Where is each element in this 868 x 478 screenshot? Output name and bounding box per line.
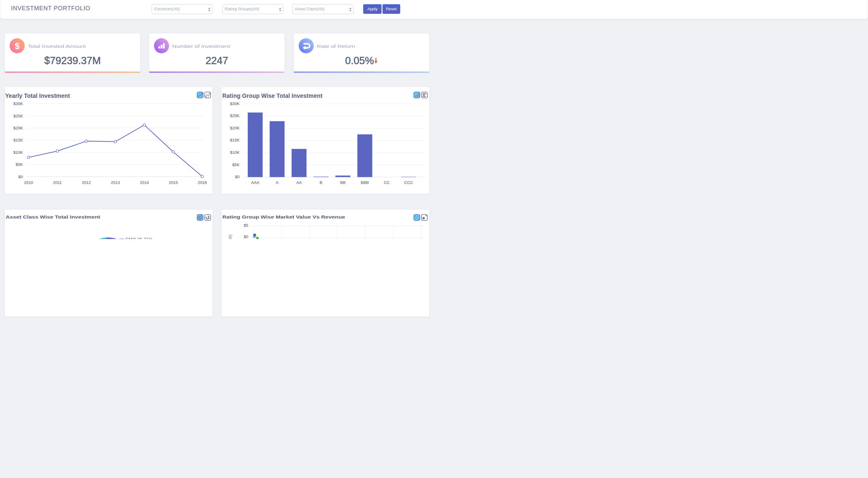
svg-text:CMO 26.71%: CMO 26.71%	[125, 237, 153, 239]
svg-text:$0: $0	[244, 235, 248, 239]
svg-text:BBB: BBB	[361, 180, 369, 184]
svg-text:$5K: $5K	[16, 162, 23, 167]
svg-text:$25K: $25K	[13, 113, 23, 118]
svg-text:$15K: $15K	[230, 138, 240, 142]
svg-text:$0: $0	[235, 175, 240, 179]
svg-text:$25K: $25K	[230, 113, 240, 118]
svg-text:$5K: $5K	[232, 162, 240, 167]
svg-text:$10K: $10K	[230, 150, 240, 155]
svg-text:Rating Group Wise Total Invest: Rating Group Wise Total Investment	[222, 93, 323, 99]
svg-text:$5: $5	[244, 223, 248, 228]
svg-text:2012: 2012	[82, 180, 91, 184]
svg-text:AAA: AAA	[251, 180, 259, 184]
svg-text:Asset Class Wise Total Investm: Asset Class Wise Total Investment	[6, 214, 100, 220]
svg-text:2016: 2016	[198, 180, 207, 184]
svg-text:B: B	[319, 180, 322, 184]
svg-text:$30K: $30K	[13, 101, 23, 106]
svg-text:BB: BB	[340, 180, 346, 184]
svg-text:2010: 2010	[24, 180, 33, 184]
svg-text:Rating Group Wise Market Value: Rating Group Wise Market Value Vs Revenu…	[222, 214, 345, 220]
svg-text:AA: AA	[296, 180, 302, 184]
svg-text:$20K: $20K	[230, 126, 240, 130]
svg-text:CCC: CCC	[404, 180, 413, 184]
svg-text:$30K: $30K	[230, 101, 240, 106]
svg-text:2013: 2013	[111, 180, 120, 184]
svg-text:2011: 2011	[53, 180, 62, 184]
svg-text:CC: CC	[384, 180, 390, 184]
svg-text:Yearly Total Investment: Yearly Total Investment	[5, 93, 70, 99]
svg-text:2015: 2015	[169, 180, 178, 184]
svg-text:$0: $0	[19, 174, 23, 179]
svg-text:$20K: $20K	[13, 126, 23, 130]
svg-text:$: $	[15, 41, 20, 50]
svg-text:2014: 2014	[140, 180, 149, 184]
svg-text:$15K: $15K	[13, 138, 23, 142]
svg-text:A: A	[276, 180, 278, 184]
svg-text:$10K: $10K	[13, 150, 23, 155]
svg-text:Revenue in Million (USD): Revenue in Million (USD)	[228, 235, 232, 239]
